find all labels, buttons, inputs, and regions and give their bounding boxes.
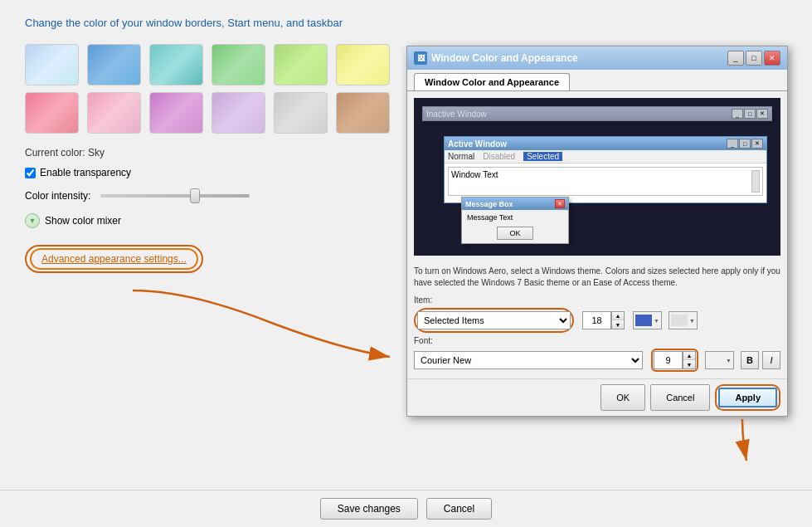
msg-close-btn[interactable]: ✕ (555, 199, 565, 208)
active-title-text: Active Window (448, 139, 507, 149)
apply-btn-circle: Apply (715, 384, 780, 411)
color2-btn[interactable]: ▼ (669, 311, 698, 329)
page-title: Change the color of your window borders,… (25, 17, 787, 29)
dialog-bottom-buttons: OK Cancel Apply (407, 378, 787, 416)
msg-body: Message Text (462, 210, 568, 225)
font-label-row: Font: Size: Color: (414, 336, 780, 345)
inactive-max-btn[interactable]: □ (744, 109, 756, 119)
active-btn-group: _ □ ✕ (727, 139, 763, 149)
inactive-window: Inactive Window _ □ ✕ Active Window _ □ (422, 106, 772, 121)
color2-arrow: ▼ (689, 318, 695, 324)
msg-title-text: Message Box (465, 200, 513, 208)
color1-btn[interactable]: ▼ (633, 311, 662, 329)
size-control: ▲ ▼ (582, 311, 625, 329)
font-label: Font: (414, 336, 439, 345)
spin-up-btn[interactable]: ▲ (612, 312, 624, 320)
msg-ok-button[interactable]: OK (497, 227, 532, 240)
info-text: To turn on Windows Aero, select a Window… (407, 262, 787, 292)
italic-button[interactable]: I (762, 351, 780, 369)
font-select-row: Courier New ▲ ▼ ▼ B I (414, 349, 780, 372)
swatch-teal[interactable] (149, 44, 203, 85)
inactive-titlebar: Inactive Window _ □ ✕ (423, 107, 771, 120)
item-select[interactable]: Selected Items (417, 311, 571, 329)
swatch-yellow[interactable] (336, 44, 390, 85)
bold-button[interactable]: B (741, 351, 759, 369)
message-text: Message Text (467, 213, 513, 222)
swatch-gray[interactable] (274, 92, 328, 134)
spin-down-btn[interactable]: ▼ (612, 320, 624, 329)
active-min-btn[interactable]: _ (727, 139, 738, 149)
intensity-label: Color intensity: (25, 190, 90, 202)
current-color-value: Sky (88, 147, 105, 159)
minimize-button[interactable]: _ (727, 51, 744, 66)
save-changes-button[interactable]: Save changes (320, 498, 418, 520)
current-color-label: Current color: (25, 147, 85, 159)
inactive-min-btn[interactable]: _ (732, 109, 743, 119)
color1-arrow: ▼ (654, 318, 659, 324)
maximize-button[interactable]: □ (746, 51, 762, 66)
window-body: Window Text Message Box ✕ Message Text (445, 163, 766, 203)
font-size-spinner[interactable]: ▲ ▼ (683, 351, 696, 369)
active-max-btn[interactable]: □ (739, 139, 751, 149)
inactive-close-btn[interactable]: ✕ (756, 109, 768, 119)
font-color-arrow: ▼ (726, 358, 732, 364)
window-text: Window Text (451, 170, 498, 179)
size-spinner[interactable]: ▲ ▼ (611, 311, 625, 329)
dialog-icon: 🖼 (414, 51, 427, 65)
controls-area: Item: Size: Color 1: Color 2: Selected I… (407, 292, 787, 378)
preview-area: Inactive Window _ □ ✕ Active Window _ □ (414, 98, 780, 256)
font-color-btn[interactable]: ▼ (705, 351, 734, 369)
apply-button[interactable]: Apply (718, 388, 777, 407)
bottom-bar: Save changes Cancel (0, 490, 812, 527)
message-box: Message Box ✕ Message Text OK (461, 197, 569, 244)
swatch-pink[interactable] (25, 92, 79, 134)
active-titlebar: Active Window _ □ ✕ (445, 137, 766, 150)
dialog-titlebar-left: 🖼 Window Color and Appearance (414, 51, 578, 65)
tab-window-color[interactable]: Window Color and Appearance (414, 73, 570, 90)
annotation-arrow (108, 274, 415, 373)
dialog-titlebar: 🖼 Window Color and Appearance _ □ ✕ (407, 46, 787, 70)
swatch-purple[interactable] (149, 92, 203, 134)
swatch-brown[interactable] (336, 92, 390, 134)
msg-ok-row: OK (462, 225, 568, 243)
swatch-green[interactable] (212, 44, 265, 85)
menu-disabled: Disabled (483, 152, 515, 161)
font-color-box (707, 354, 724, 366)
inactive-btn-group: _ □ ✕ (732, 109, 768, 119)
font-size-input[interactable] (654, 351, 683, 369)
msg-titlebar: Message Box ✕ (462, 198, 568, 210)
main-area: Change the color of your window borders,… (0, 0, 812, 490)
tab-bar: Window Color and Appearance (407, 70, 787, 91)
swatch-blue[interactable] (87, 44, 141, 85)
menu-normal: Normal (448, 152, 474, 161)
slider-thumb[interactable] (190, 188, 200, 203)
window-menu-bar: Normal Disabled Selected (445, 150, 766, 163)
color2-box (671, 315, 688, 326)
color-mixer-label: Show color mixer (45, 215, 121, 227)
color-mixer-toggle[interactable]: ▼ (25, 213, 40, 228)
dialog-title: Window Color and Appearance (431, 52, 578, 64)
font-spin-up[interactable]: ▲ (683, 352, 695, 360)
apply-arrow (717, 415, 767, 481)
swatch-sky[interactable] (25, 44, 79, 85)
bottom-cancel-button[interactable]: Cancel (426, 498, 492, 520)
cancel-button[interactable]: Cancel (650, 384, 710, 411)
font-spin-down[interactable]: ▼ (683, 360, 695, 368)
swatch-lime[interactable] (274, 44, 328, 85)
title-buttons: _ □ ✕ (727, 51, 780, 66)
size-input[interactable] (582, 311, 611, 329)
dialog-window: 🖼 Window Color and Appearance _ □ ✕ Wind… (406, 46, 788, 417)
swatch-violet[interactable] (212, 92, 265, 134)
active-window: Active Window _ □ ✕ Normal Disabled Sele… (444, 136, 767, 203)
close-button[interactable]: ✕ (764, 51, 780, 66)
intensity-slider[interactable] (100, 194, 250, 198)
transparency-checkbox[interactable] (25, 168, 36, 178)
advanced-link-circle: Advanced appearance settings... (25, 245, 203, 273)
ok-button[interactable]: OK (600, 384, 645, 411)
window-scrollbar[interactable] (751, 170, 760, 193)
advanced-appearance-link[interactable]: Advanced appearance settings... (30, 248, 198, 270)
font-select[interactable]: Courier New (414, 351, 643, 369)
item-select-circle: Selected Items (414, 308, 574, 333)
swatch-rose[interactable] (87, 92, 141, 134)
active-close-btn[interactable]: ✕ (751, 139, 763, 149)
